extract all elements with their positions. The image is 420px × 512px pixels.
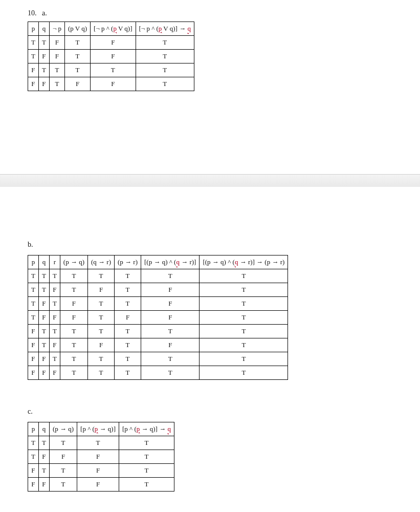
- label-c: c.: [28, 408, 33, 416]
- table-c-head: p q (p → q) [p ^ (p → q)] [p ^ (p → q)] …: [28, 422, 174, 436]
- col-p: p: [28, 422, 39, 436]
- label-b: b.: [28, 241, 33, 249]
- col-and: [¬ p ^ (p V q)]: [91, 22, 136, 36]
- col-notp: ¬ p: [49, 22, 64, 36]
- table-row: T T F T F T: [28, 36, 194, 50]
- table-a-header-row: p q ¬ p (p V q) [¬ p ^ (p V q)] [¬ p ^ (…: [28, 22, 194, 36]
- col-q: q: [38, 22, 49, 36]
- col-conj: [(p → q) ^ (q → r)]: [141, 255, 200, 269]
- page: 10. a. p q ¬ p (p V q) [¬ p ^ (p V q)] […: [0, 0, 420, 512]
- table-row: FTTFT: [28, 464, 174, 478]
- col-qimpr: (q → r): [88, 255, 115, 269]
- col-pimpq: (p → q): [49, 422, 77, 436]
- table-row: TTTTT: [28, 436, 174, 450]
- table-row: F F T F F T: [28, 77, 194, 91]
- table-row: TTTTTTTT: [28, 269, 288, 283]
- table-row: TTFTFTFT: [28, 283, 288, 297]
- truth-table-b: p q r (p → q) (q → r) (p → r) [(p → q) ^…: [28, 255, 288, 380]
- table-b-body: TTTTTTTT TTFTFTFT TFTFTTFT TFFFTFFT FTTT…: [28, 269, 288, 380]
- table-row: FTTTTTTT: [28, 325, 288, 338]
- table-c-header-row: p q (p → q) [p ^ (p → q)] [p ^ (p → q)] …: [28, 422, 174, 436]
- col-conj: [p ^ (p → q)]: [77, 422, 119, 436]
- part-b-label: b.: [28, 241, 33, 248]
- col-p: p: [28, 22, 39, 36]
- table-b-head: p q r (p → q) (q → r) (p → r) [(p → q) ^…: [28, 255, 288, 269]
- part-a-label: a.: [42, 9, 47, 17]
- col-pimpr: (p → r): [115, 255, 141, 269]
- table-a-body: T T F T F T T F F T F T F T T T T T: [28, 36, 194, 91]
- table-row: FTFTFTFT: [28, 338, 288, 352]
- table-c-body: TTTTT TFFFT FTTFT FFTFT: [28, 436, 174, 492]
- col-porq: (p V q): [65, 22, 91, 36]
- table-row: F T T T T T: [28, 63, 194, 77]
- truth-table-c: p q (p → q) [p ^ (p → q)] [p ^ (p → q)] …: [28, 422, 174, 492]
- table-row: T F F T F T: [28, 50, 194, 63]
- page-break-divider: [0, 174, 420, 187]
- table-row: FFFTTTTT: [28, 366, 288, 380]
- col-r: r: [49, 255, 60, 269]
- part-c-label: c.: [28, 408, 33, 415]
- table-row: TFTFTTFT: [28, 297, 288, 311]
- col-p: p: [28, 255, 39, 269]
- col-final: [p ^ (p → q)] → q: [119, 422, 174, 436]
- truth-table-a: p q ¬ p (p V q) [¬ p ^ (p V q)] [¬ p ^ (…: [28, 22, 194, 91]
- col-q: q: [38, 255, 49, 269]
- table-row: FFTFT: [28, 478, 174, 492]
- table-a-head: p q ¬ p (p V q) [¬ p ^ (p V q)] [¬ p ^ (…: [28, 22, 194, 36]
- table-row: TFFFTFFT: [28, 311, 288, 325]
- col-final: [(p → q) ^ (q → r)] → (p → r): [200, 255, 288, 269]
- table-row: FFTTTTTT: [28, 352, 288, 366]
- col-pimpq: (p → q): [60, 255, 87, 269]
- col-final: [¬ p ^ (p V q)] → q: [136, 22, 194, 36]
- problem-number: 10.: [28, 9, 37, 17]
- table-row: TFFFT: [28, 450, 174, 464]
- table-b-header-row: p q r (p → q) (q → r) (p → r) [(p → q) ^…: [28, 255, 288, 269]
- col-q: q: [38, 422, 49, 436]
- label-10a: 10. a.: [28, 9, 47, 17]
